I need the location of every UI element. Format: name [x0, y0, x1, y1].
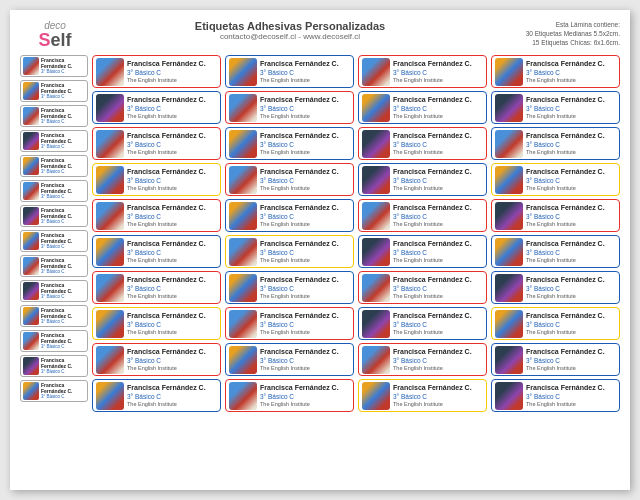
label-row: Francisca Fernández C.3° Básico CThe Eng… [92, 55, 620, 88]
label-name: Francisca Fernández C. [41, 257, 85, 269]
label-name: Francisca Fernández C. [41, 207, 85, 219]
list-item: Francisca Fernández C.3° Básico CThe Eng… [225, 379, 354, 412]
label-row: Francisca Fernández C.3° Básico CThe Eng… [92, 91, 620, 124]
list-item: Francisca Fernández C.3° Básico CThe Eng… [92, 343, 221, 376]
label-grade: 3° Básico C [41, 394, 85, 399]
label-row: Francisca Fernández C.3° Básico CThe Eng… [92, 127, 620, 160]
label-row: Francisca Fernández C.3° Básico CThe Eng… [92, 343, 620, 376]
label-name: Francisca Fernández C. [41, 57, 85, 69]
label-grade: 3° Básico C [393, 69, 472, 77]
label-grade: 3° Básico C [41, 144, 85, 149]
label-name: Francisca Fernández C. [41, 282, 85, 294]
label-name: Francisca Fernández C. [41, 357, 85, 369]
label-grade: 3° Básico C [41, 169, 85, 174]
label-school: The English Institute [526, 113, 605, 120]
small-labels-column: Francisca Fernández C.3° Básico C Franci… [20, 55, 88, 412]
list-item: Francisca Fernández C.3° Básico CThe Eng… [358, 163, 487, 196]
list-item: Francisca Fernández C.3° Básico CThe Eng… [358, 55, 487, 88]
label-grade: 3° Básico C [41, 69, 85, 74]
label-school: The English Institute [260, 113, 339, 120]
label-name: Francisca Fernández C. [41, 307, 85, 319]
list-item: Francisca Fernández C.3° Básico C [20, 355, 88, 377]
label-name: Francisca Fernández C. [393, 59, 472, 68]
list-item: Francisca Fernández C.3° Básico CThe Eng… [92, 55, 221, 88]
label-school: The English Institute [127, 113, 206, 120]
label-name: Francisca Fernández C. [260, 95, 339, 104]
label-row: Francisca Fernández C.3° Básico CThe Eng… [92, 307, 620, 340]
label-grade: 3° Básico C [41, 294, 85, 299]
info-line2: 30 Etiquetas Medianas 5.5x2cm. [490, 29, 620, 38]
header-contact: contacto@decoself.cl - www.decoself.cl [90, 32, 490, 41]
label-name: Francisca Fernández C. [526, 59, 605, 68]
logo-self-text: Self [38, 31, 71, 49]
list-item: Francisca Fernández C.3° Básico C [20, 280, 88, 302]
list-item: Francisca Fernández C.3° Básico CThe Eng… [491, 127, 620, 160]
label-grade: 3° Básico C [41, 244, 85, 249]
label-name: Francisca Fernández C. [127, 59, 206, 68]
label-name: Francisca Fernández C. [41, 107, 85, 119]
list-item: Francisca Fernández C.3° Básico CThe Eng… [358, 379, 487, 412]
list-item: Francisca Fernández C.3° Básico C [20, 380, 88, 402]
list-item: Francisca Fernández C.3° Básico CThe Eng… [92, 127, 221, 160]
list-item: Francisca Fernández C.3° Básico CThe Eng… [92, 235, 221, 268]
list-item: Francisca Fernández C.3° Básico CThe Eng… [225, 235, 354, 268]
list-item: Francisca Fernández C.3° Básico C [20, 205, 88, 227]
list-item: Francisca Fernández C.3° Básico CThe Eng… [491, 271, 620, 304]
label-grade: 3° Básico C [127, 69, 206, 77]
list-item: Francisca Fernández C.3° Básico C [20, 55, 88, 77]
list-item: Francisca Fernández C.3° Básico CThe Eng… [225, 91, 354, 124]
list-item: Francisca Fernández C.3° Básico C [20, 155, 88, 177]
list-item: Francisca Fernández C.3° Básico CThe Eng… [491, 163, 620, 196]
label-grade: 3° Básico C [526, 105, 605, 113]
label-grade: 3° Básico C [41, 194, 85, 199]
list-item: Francisca Fernández C.3° Básico C [20, 180, 88, 202]
label-name: Francisca Fernández C. [41, 82, 85, 94]
list-item: Francisca Fernández C.3° Básico CThe Eng… [491, 55, 620, 88]
info-line1: Esta Lámina contiene: [490, 20, 620, 29]
label-name: Francisca Fernández C. [260, 59, 339, 68]
list-item: Francisca Fernández C.3° Básico CThe Eng… [92, 91, 221, 124]
label-row: Francisca Fernández C.3° Básico CThe Eng… [92, 235, 620, 268]
label-name: Francisca Fernández C. [41, 232, 85, 244]
list-item: Francisca Fernández C.3° Básico C [20, 130, 88, 152]
label-row: Francisca Fernández C.3° Básico CThe Eng… [92, 199, 620, 232]
list-item: Francisca Fernández C.3° Básico C [20, 230, 88, 252]
label-row: Francisca Fernández C.3° Básico CThe Eng… [92, 271, 620, 304]
list-item: Francisca Fernández C.3° Básico CThe Eng… [225, 163, 354, 196]
large-labels-column: Francisca Fernández C.3° Básico CThe Eng… [92, 55, 620, 412]
label-school: The English Institute [260, 77, 339, 84]
list-item: Francisca Fernández C.3° Básico C [20, 80, 88, 102]
logo: deco Self [20, 20, 90, 49]
label-grade: 3° Básico C [41, 319, 85, 324]
label-grade: 3° Básico C [260, 105, 339, 113]
label-name: Francisca Fernández C. [41, 332, 85, 344]
label-name: Francisca Fernández C. [526, 95, 605, 104]
list-item: Francisca Fernández C.3° Básico C [20, 330, 88, 352]
list-item: Francisca Fernández C.3° Básico CThe Eng… [491, 307, 620, 340]
label-grade: 3° Básico C [41, 119, 85, 124]
label-name: Francisca Fernández C. [41, 382, 85, 394]
labels-area: Francisca Fernández C.3° Básico C Franci… [20, 55, 620, 412]
label-name: Francisca Fernández C. [41, 182, 85, 194]
label-grade: 3° Básico C [41, 94, 85, 99]
list-item: Francisca Fernández C.3° Básico CThe Eng… [491, 91, 620, 124]
info-line3: 15 Etiquetas Chicas: 6x1.6cm. [490, 38, 620, 47]
list-item: Francisca Fernández C.3° Básico CThe Eng… [225, 307, 354, 340]
list-item: Francisca Fernández C.3° Básico CThe Eng… [491, 199, 620, 232]
label-grade: 3° Básico C [41, 344, 85, 349]
list-item: Francisca Fernández C.3° Básico CThe Eng… [225, 127, 354, 160]
list-item: Francisca Fernández C.3° Básico C [20, 255, 88, 277]
label-sheet: deco Self Etiquetas Adhesivas Personaliz… [10, 10, 630, 490]
list-item: Francisca Fernández C.3° Básico C [20, 305, 88, 327]
label-grade: 3° Básico C [41, 369, 85, 374]
header-info: Esta Lámina contiene: 30 Etiquetas Media… [490, 20, 620, 47]
list-item: Francisca Fernández C.3° Básico CThe Eng… [225, 199, 354, 232]
header-title: Etiquetas Adhesivas Personalizadas [90, 20, 490, 32]
list-item: Francisca Fernández C.3° Básico CThe Eng… [491, 379, 620, 412]
label-name: Francisca Fernández C. [41, 157, 85, 169]
list-item: Francisca Fernández C.3° Básico CThe Eng… [92, 307, 221, 340]
label-school: The English Institute [393, 77, 472, 84]
label-grade: 3° Básico C [260, 69, 339, 77]
list-item: Francisca Fernández C.3° Básico CThe Eng… [358, 235, 487, 268]
label-grade: 3° Básico C [41, 269, 85, 274]
